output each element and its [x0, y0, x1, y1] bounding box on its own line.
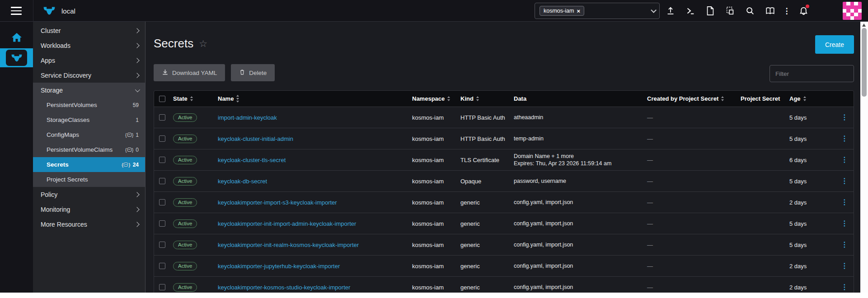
age-cell: 5 days	[787, 114, 832, 121]
cluster-steer-icon[interactable]	[0, 48, 33, 67]
state-cell: Active	[170, 283, 215, 292]
column-header-name[interactable]: Name	[215, 95, 409, 102]
sidebar-item-persistentvolumeclaims[interactable]: PersistentVolumeClaims{}0	[33, 142, 145, 157]
sidebar-item-secrets[interactable]: Secrets{}24	[33, 157, 145, 172]
sort-icon	[236, 95, 239, 102]
column-header-state[interactable]: State	[170, 95, 215, 102]
row-kebab-icon[interactable]: ⋮	[835, 241, 854, 248]
sidebar-item-storage[interactable]: Storage	[33, 83, 145, 98]
row-checkbox[interactable]	[159, 242, 165, 248]
name-cell: import-admin-keycloak	[215, 114, 409, 121]
sidebar-item-storageclasses[interactable]: StorageClasses1	[33, 112, 145, 127]
row-checkbox[interactable]	[159, 157, 165, 163]
row-checkbox[interactable]	[159, 220, 165, 227]
created-by-project-secret-cell: —	[644, 242, 738, 248]
row-checkbox[interactable]	[159, 135, 165, 142]
docs-book-icon[interactable]	[760, 0, 780, 22]
sort-icon	[721, 96, 724, 101]
created-by-project-secret-cell: —	[644, 114, 738, 121]
secret-name-link[interactable]: keycloak-db-secret	[218, 178, 267, 185]
data-line: config.yaml, import.json	[514, 284, 644, 291]
sidebar-item-apps[interactable]: Apps	[33, 53, 145, 68]
data-cell: config.yaml, import.json	[511, 284, 644, 291]
upload-icon[interactable]	[661, 0, 680, 22]
namespace-filter-dropdown[interactable]: kosmos-iam ×	[535, 3, 660, 19]
sort-down-icon	[476, 99, 479, 101]
sidebar-item-workloads[interactable]: Workloads	[33, 38, 145, 53]
column-header-kind[interactable]: Kind	[458, 95, 511, 102]
sidebar-item-configmaps[interactable]: ConfigMaps{}1	[33, 127, 145, 142]
sort-up-icon	[236, 95, 239, 97]
column-header-created-by-project-secret[interactable]: Created by Project Secret	[644, 95, 738, 102]
sidebar-item-label: Service Discovery	[41, 72, 91, 79]
sort-down-icon	[447, 99, 450, 101]
row-kebab-icon[interactable]: ⋮	[835, 220, 854, 227]
rancher-app: local kosmos-iam ×	[0, 0, 868, 298]
more-options-kebab-icon[interactable]: ⋮	[780, 0, 793, 22]
sidebar-item-more-resources[interactable]: More Resources	[33, 217, 145, 232]
scroll-up-arrow-icon[interactable]	[862, 23, 866, 27]
row-kebab-icon[interactable]: ⋮	[835, 114, 854, 121]
secret-name-link[interactable]: keycloakimporter-init-import-admin-keycl…	[218, 220, 356, 227]
secret-name-link[interactable]: keycloakimporter-import-s3-keycloak-impo…	[218, 199, 337, 206]
remove-namespace-icon[interactable]: ×	[577, 8, 580, 14]
vertical-scrollbar[interactable]	[860, 22, 868, 293]
secret-name-link[interactable]: keycloakimporter-kosmos-studio-keycloak-…	[218, 284, 350, 291]
column-header-namespace[interactable]: Namespace	[409, 95, 458, 102]
kubectl-shell-icon[interactable]	[680, 0, 700, 22]
sidebar-item-meta	[135, 59, 139, 62]
sidebar-item-meta	[135, 29, 139, 33]
favorite-star-icon[interactable]: ☆	[199, 39, 207, 48]
secret-name-link[interactable]: keycloakimporter-init-realm-kosmos-keycl…	[218, 242, 359, 248]
name-cell: keycloak-db-secret	[215, 178, 409, 185]
row-kebab-icon[interactable]: ⋮	[835, 199, 854, 206]
brand[interactable]: local	[43, 0, 75, 22]
row-kebab-icon[interactable]: ⋮	[835, 156, 854, 163]
age-cell: 5 days	[787, 220, 832, 227]
row-checkbox-cell	[154, 135, 170, 142]
import-yaml-icon[interactable]	[720, 0, 740, 22]
row-checkbox[interactable]	[159, 263, 165, 269]
sidebar-item-meta	[135, 44, 139, 47]
secret-name-link[interactable]: keycloakimporter-jupyterhub-keycloak-imp…	[218, 263, 340, 270]
sort-up-icon	[190, 96, 193, 98]
row-checkbox[interactable]	[159, 199, 165, 205]
notifications-bell-icon[interactable]	[793, 0, 813, 22]
row-kebab-icon[interactable]: ⋮	[835, 177, 854, 185]
select-all-checkbox[interactable]	[159, 96, 165, 102]
state-cell: Active	[170, 262, 215, 270]
row-kebab-icon[interactable]: ⋮	[835, 262, 854, 270]
scrollbar-thumb[interactable]	[862, 28, 867, 97]
sidebar-item-persistentvolumes[interactable]: PersistentVolumes59	[33, 98, 145, 112]
sidebar-item-meta: {}1	[125, 132, 139, 138]
row-kebab-icon[interactable]: ⋮	[835, 135, 854, 142]
create-button[interactable]: Create	[815, 35, 854, 54]
sidebar-item-policy[interactable]: Policy	[33, 187, 145, 202]
sidebar-item-project-secrets[interactable]: Project Secrets	[33, 172, 145, 187]
search-icon[interactable]	[740, 0, 760, 22]
user-avatar[interactable]	[843, 2, 862, 20]
row-kebab-icon[interactable]: ⋮	[835, 284, 854, 291]
row-checkbox[interactable]	[159, 284, 165, 290]
row-actions-cell: ⋮	[832, 177, 854, 185]
table-row: Activekeycloak-cluster-initial-adminkosm…	[154, 128, 854, 149]
home-icon[interactable]	[0, 31, 33, 44]
column-header-label: State	[173, 95, 188, 102]
sidebar-item-meta	[135, 208, 139, 211]
secret-name-link[interactable]: keycloak-cluster-tls-secret	[218, 157, 286, 163]
row-checkbox[interactable]	[159, 178, 165, 184]
file-icon[interactable]	[700, 0, 720, 22]
row-checkbox[interactable]	[159, 114, 165, 121]
hamburger-menu-icon[interactable]	[11, 7, 22, 15]
filter-input[interactable]	[769, 65, 854, 82]
sidebar-item-service-discovery[interactable]: Service Discovery	[33, 68, 145, 83]
resource-count: 1	[136, 117, 139, 123]
delete-button[interactable]: Delete	[231, 64, 275, 81]
secret-name-link[interactable]: keycloak-cluster-initial-admin	[218, 135, 293, 142]
sidebar-item-cluster[interactable]: Cluster	[33, 23, 145, 38]
sidebar-item-monitoring[interactable]: Monitoring	[33, 202, 145, 217]
column-header-age[interactable]: Age	[787, 95, 832, 102]
download-yaml-button[interactable]: Download YAML	[154, 64, 225, 81]
secret-name-link[interactable]: import-admin-keycloak	[218, 114, 277, 121]
data-line: Expires: Thu, Apr 23 2026 11:59:14 am	[514, 160, 644, 167]
